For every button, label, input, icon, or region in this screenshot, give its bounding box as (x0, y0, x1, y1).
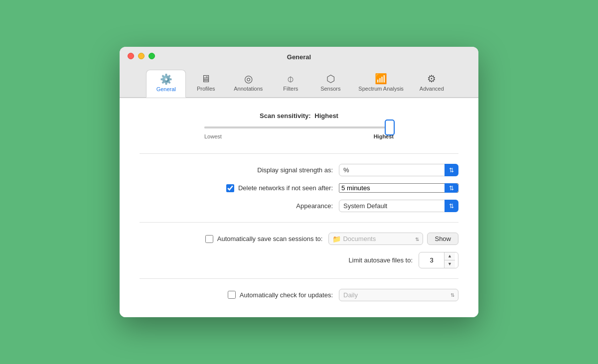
appearance-select[interactable]: System Default Light Dark (339, 200, 458, 212)
content-area: Scan sensitivity: Highest Lowest Highest… (120, 98, 478, 317)
general-icon: ⚙️ (160, 74, 172, 84)
tab-advanced-label: Advanced (420, 86, 444, 92)
profiles-icon: 🖥 (201, 74, 211, 84)
autosave-limit-stepper: ▲ ▼ (419, 252, 458, 268)
tab-filters-label: Filters (283, 86, 298, 92)
sensors-icon: ⬡ (326, 74, 335, 84)
titlebar: General ⚙️ General 🖥 Profiles ◎ Annotati… (120, 47, 478, 98)
stepper-arrows: ▲ ▼ (444, 252, 455, 267)
display-signal-row: Display signal strength as: % dBm ⇅ (140, 164, 458, 176)
tab-annotations[interactable]: ◎ Annotations (226, 70, 271, 97)
appearance-label: Appearance: (296, 202, 333, 210)
tab-spectrum-label: Spectrum Analysis (358, 86, 403, 92)
window-title: General (128, 53, 470, 61)
tab-filters[interactable]: ⌽ Filters (271, 70, 310, 97)
appearance-row: Appearance: System Default Light Dark ⇅ (140, 200, 458, 212)
scan-sensitivity-label: Scan sensitivity: Highest (140, 112, 458, 120)
autosave-row: Automatically save scan sessions to: 📁 D… (140, 233, 458, 245)
stepper-up-button[interactable]: ▲ (445, 252, 455, 260)
show-button[interactable]: Show (427, 233, 458, 245)
tab-profiles[interactable]: 🖥 Profiles (186, 70, 226, 97)
autosave-checkbox[interactable] (205, 235, 213, 243)
stepper-down-button[interactable]: ▼ (445, 260, 455, 268)
tab-general[interactable]: ⚙️ General (146, 70, 186, 98)
check-updates-select-wrapper: Daily Weekly Monthly ⇅ (339, 289, 458, 301)
divider-3 (140, 278, 458, 279)
autosave-controls: 📁 Documents ⇅ Show (328, 233, 458, 245)
limit-autosave-label: Limit autosave files to: (348, 256, 413, 264)
tab-bar: ⚙️ General 🖥 Profiles ◎ Annotations ⌽ Fi… (128, 66, 470, 97)
check-updates-label: Automatically check for updates: (240, 291, 333, 299)
app-window: General ⚙️ General 🖥 Profiles ◎ Annotati… (120, 47, 478, 317)
delete-networks-select[interactable]: 1 minute 2 minutes 5 minutes 10 minutes … (339, 183, 458, 193)
scan-sensitivity-section: Scan sensitivity: Highest Lowest Highest (140, 112, 458, 139)
display-signal-select-wrapper: % dBm ⇅ (339, 164, 458, 176)
slider-track (204, 126, 394, 128)
scan-sensitivity-value: Highest (314, 112, 338, 120)
tab-sensors[interactable]: ⬡ Sensors (310, 70, 350, 97)
slider-fill (204, 126, 394, 128)
delete-networks-row: Delete networks if not seen after: 1 min… (140, 183, 458, 193)
slider-lowest-label: Lowest (204, 133, 222, 139)
slider-labels: Lowest Highest (204, 133, 394, 139)
slider-container: Lowest Highest (140, 126, 458, 139)
autosave-folder-select-wrapper: 📁 Documents ⇅ (328, 233, 423, 245)
appearance-select-wrapper: System Default Light Dark ⇅ (339, 200, 458, 212)
autosave-label: Automatically save scan sessions to: (217, 235, 323, 243)
autosave-folder-select[interactable]: Documents (328, 233, 423, 245)
check-updates-select[interactable]: Daily Weekly Monthly (339, 289, 458, 301)
annotations-icon: ◎ (244, 74, 253, 84)
filters-icon: ⌽ (288, 74, 294, 84)
delete-networks-label: Delete networks if not seen after: (238, 184, 333, 192)
divider-1 (140, 153, 458, 154)
tab-spectrum[interactable]: 📶 Spectrum Analysis (350, 70, 411, 97)
display-signal-select[interactable]: % dBm (339, 164, 458, 176)
advanced-icon: ⚙ (427, 74, 436, 84)
tab-general-label: General (156, 86, 176, 92)
delete-networks-select-wrapper: 1 minute 2 minutes 5 minutes 10 minutes … (339, 183, 458, 193)
divider-2 (140, 222, 458, 223)
display-signal-label: Display signal strength as: (257, 166, 333, 174)
delete-networks-checkbox[interactable] (226, 184, 234, 192)
tab-sensors-label: Sensors (320, 86, 340, 92)
tab-advanced[interactable]: ⚙ Advanced (412, 70, 452, 97)
tab-profiles-label: Profiles (197, 86, 215, 92)
check-updates-checkbox[interactable] (228, 291, 236, 299)
spectrum-icon: 📶 (375, 74, 387, 84)
autosave-limit-input[interactable] (419, 254, 444, 266)
tab-annotations-label: Annotations (234, 86, 263, 92)
slider-thumb[interactable] (385, 120, 395, 135)
limit-autosave-row: Limit autosave files to: ▲ ▼ (140, 252, 458, 268)
check-updates-row: Automatically check for updates: Daily W… (140, 289, 458, 301)
scan-sensitivity-text: Scan sensitivity: (260, 112, 311, 120)
